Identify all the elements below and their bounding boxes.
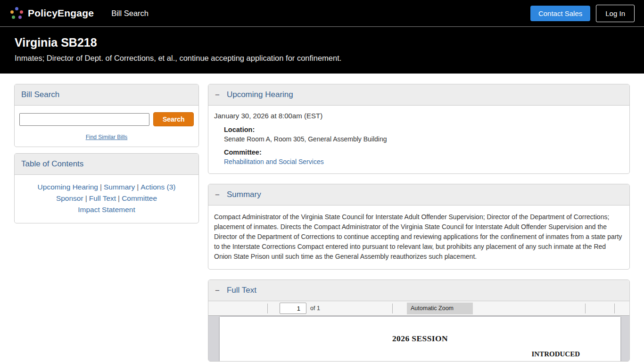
upcoming-hearing-header: − Upcoming Hearing bbox=[208, 84, 629, 106]
toc-link-actions[interactable]: Actions (3) bbox=[140, 183, 175, 191]
toc-panel-header: Table of Contents bbox=[15, 154, 198, 175]
bill-header: Virginia SB218 Inmates; Director of Dept… bbox=[0, 27, 644, 74]
toc-row: Sponsor|Full Text|Committee bbox=[19, 193, 194, 204]
toc-link-full-text[interactable]: Full Text bbox=[89, 194, 116, 202]
table-of-contents-panel: Table of Contents Upcoming Hearing|Summa… bbox=[14, 153, 199, 223]
toc-link-upcoming-hearing[interactable]: Upcoming Hearing bbox=[38, 183, 98, 191]
full-text-header: − Full Text bbox=[208, 280, 629, 301]
toolbar-divider bbox=[585, 304, 586, 313]
toc-link-committee[interactable]: Committee bbox=[122, 194, 157, 202]
toc-separator: | bbox=[137, 183, 139, 191]
toc-link-summary[interactable]: Summary bbox=[104, 183, 135, 191]
pdf-zoom-select[interactable]: Automatic Zoom bbox=[407, 303, 473, 314]
location-value: Senate Room A, Room 305, General Assembl… bbox=[224, 135, 624, 143]
search-button[interactable]: Search bbox=[153, 112, 194, 126]
hearing-datetime: January 30, 2026 at 8:00am (EST) bbox=[214, 112, 624, 120]
log-in-button[interactable]: Log In bbox=[596, 5, 635, 22]
top-navbar: PolicyEngage Bill Search Contact Sales L… bbox=[0, 0, 644, 27]
toc-separator: | bbox=[118, 194, 120, 202]
summary-title: Summary bbox=[227, 190, 261, 199]
find-similar-bills-link[interactable]: Find Similar Bills bbox=[86, 134, 128, 140]
toc-row: Upcoming Hearing|Summary|Actions (3) bbox=[19, 181, 194, 193]
toc-links: Upcoming Hearing|Summary|Actions (3) Spo… bbox=[15, 175, 198, 223]
pdf-viewer[interactable]: 2026 SESSION INTRODUCED bbox=[208, 316, 629, 361]
toolbar-divider bbox=[614, 304, 615, 313]
bill-search-panel: Bill Search Search Find Similar Bills bbox=[14, 84, 199, 147]
brand-name: PolicyEngage bbox=[28, 8, 94, 19]
toolbar-divider bbox=[267, 304, 268, 313]
pdf-toolbar: of 1 Automatic Zoom bbox=[208, 301, 629, 316]
bill-search-input[interactable] bbox=[19, 113, 149, 126]
toc-row: Impact Statement bbox=[19, 204, 194, 215]
toolbar-divider bbox=[392, 304, 393, 313]
pdf-page-count: of 1 bbox=[310, 301, 320, 316]
toc-separator: | bbox=[85, 194, 87, 202]
summary-text: Compact Administrator of the Virginia St… bbox=[214, 212, 624, 262]
pdf-page-number-input[interactable] bbox=[280, 303, 306, 314]
committee-label: Committee: bbox=[224, 148, 624, 156]
sidebar: Bill Search Search Find Similar Bills Ta… bbox=[14, 84, 199, 362]
contact-sales-button[interactable]: Contact Sales bbox=[530, 6, 590, 21]
collapse-icon[interactable]: − bbox=[215, 287, 220, 295]
location-label: Location: bbox=[224, 126, 624, 133]
pdf-page: 2026 SESSION INTRODUCED bbox=[220, 317, 620, 361]
pdf-session-heading: 2026 SESSION bbox=[220, 334, 620, 344]
collapse-icon[interactable]: − bbox=[215, 91, 220, 99]
bill-search-panel-title: Bill Search bbox=[21, 90, 59, 99]
toc-panel-title: Table of Contents bbox=[21, 159, 83, 169]
pdf-status-heading: INTRODUCED bbox=[220, 350, 620, 358]
nav-item-bill-search[interactable]: Bill Search bbox=[111, 9, 149, 18]
upcoming-hearing-title: Upcoming Hearing bbox=[227, 90, 293, 99]
collapse-icon[interactable]: − bbox=[215, 191, 220, 199]
committee-link[interactable]: Rehabilitation and Social Services bbox=[224, 158, 324, 165]
policyengage-logo-icon bbox=[9, 6, 24, 21]
main-content: − Upcoming Hearing January 30, 2026 at 8… bbox=[208, 84, 630, 362]
summary-panel: − Summary Compact Administrator of the V… bbox=[208, 184, 630, 270]
upcoming-hearing-panel: − Upcoming Hearing January 30, 2026 at 8… bbox=[208, 84, 630, 174]
toc-link-sponsor[interactable]: Sponsor bbox=[56, 194, 83, 202]
full-text-panel: − Full Text of 1 Automatic Zoom 2026 SES… bbox=[208, 280, 630, 362]
full-text-title: Full Text bbox=[227, 286, 256, 295]
toc-separator: | bbox=[100, 183, 102, 191]
bill-search-panel-header: Bill Search bbox=[15, 84, 198, 106]
toc-link-impact-statement[interactable]: Impact Statement bbox=[78, 206, 135, 214]
summary-header: − Summary bbox=[208, 184, 629, 206]
bill-description: Inmates; Director of Dept. of Correction… bbox=[15, 54, 644, 63]
page-title: Virginia SB218 bbox=[15, 36, 644, 49]
